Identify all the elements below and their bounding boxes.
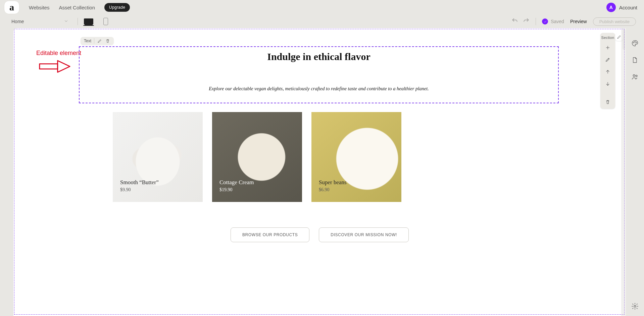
app-logo[interactable]: a [4, 1, 19, 14]
gear-icon[interactable] [631, 303, 639, 310]
svg-point-1 [633, 42, 634, 43]
svg-point-4 [633, 75, 635, 77]
scrollbar-thumb[interactable] [623, 30, 625, 50]
product-card[interactable]: Super beans $6.90 [311, 112, 401, 202]
saved-label: Saved [551, 19, 564, 24]
account-menu[interactable]: A Account [606, 3, 637, 12]
device-mobile-icon[interactable] [103, 18, 108, 25]
element-toolbar: Text [81, 37, 114, 45]
trash-icon[interactable] [105, 38, 110, 44]
page-dropdown[interactable]: Home [8, 17, 71, 25]
device-desktop-icon[interactable] [84, 18, 93, 24]
arrow-up-icon[interactable] [604, 68, 612, 76]
upgrade-button[interactable]: Upgrade [104, 3, 130, 12]
product-name: Cottage Cream [219, 179, 254, 186]
element-type-label: Text [84, 39, 91, 43]
cta-row: BROWSE OUR PRODUCTS DISCOVER OUR MISSION… [13, 227, 626, 242]
svg-point-2 [635, 42, 635, 42]
people-icon[interactable] [631, 73, 639, 81]
palette-icon[interactable] [631, 40, 639, 47]
discover-mission-button[interactable]: DISCOVER OUR MISSION NOW! [319, 227, 409, 242]
edit-icon[interactable] [97, 38, 102, 44]
plus-icon[interactable] [604, 44, 612, 52]
trash-icon[interactable] [604, 98, 612, 106]
scrollbar[interactable] [621, 28, 626, 316]
preview-link[interactable]: Preview [570, 19, 587, 24]
svg-rect-0 [40, 64, 58, 69]
right-rail [626, 28, 644, 316]
product-name: Super beans [319, 179, 347, 186]
account-label: Account [619, 5, 637, 10]
product-price: $6.90 [319, 187, 347, 193]
save-status: Saved [542, 18, 564, 24]
product-cards: Smooth “Butter” $9.90 Cottage Cream $19.… [113, 112, 535, 202]
device-toggle [84, 18, 108, 25]
section-panel: Section [600, 33, 615, 109]
top-nav: a Websites Asset Collection Upgrade A Ac… [0, 0, 644, 15]
browse-products-button[interactable]: BROWSE OUR PRODUCTS [231, 227, 309, 242]
section-panel-header: Section [601, 36, 614, 40]
product-card[interactable]: Smooth “Butter” $9.90 [113, 112, 203, 202]
chevron-down-icon [64, 19, 68, 24]
hero-heading[interactable]: Indulge in ethical flavor [80, 51, 558, 62]
publish-button[interactable]: Publish website [593, 17, 636, 26]
pencil-icon[interactable] [604, 56, 612, 64]
check-circle-icon [542, 18, 548, 24]
redo-icon [523, 17, 530, 25]
svg-point-6 [634, 305, 636, 307]
avatar: A [606, 3, 616, 12]
hero-subheading[interactable]: Explore our delectable vegan delights, m… [80, 86, 558, 92]
page-icon[interactable] [631, 56, 639, 64]
svg-point-3 [636, 42, 637, 43]
left-gutter [0, 28, 13, 316]
product-price: $19.90 [219, 187, 254, 193]
canvas[interactable]: Editable element Text [13, 28, 626, 316]
page-name: Home [11, 19, 24, 24]
nav-asset-collection[interactable]: Asset Collection [59, 5, 95, 10]
product-name: Smooth “Butter” [120, 179, 159, 186]
editor-toolbar: Home Saved Preview Publish website [3, 15, 641, 28]
annotation-label: Editable element [36, 50, 81, 57]
annotation-arrow-icon [39, 59, 71, 74]
product-card[interactable]: Cottage Cream $19.90 [212, 112, 302, 202]
undo-icon [511, 17, 518, 25]
hero-text-block[interactable]: Indulge in ethical flavor Explore our de… [79, 46, 559, 103]
product-price: $9.90 [120, 187, 159, 193]
arrow-down-icon[interactable] [604, 80, 612, 88]
nav-websites[interactable]: Websites [29, 5, 49, 10]
svg-point-5 [636, 75, 637, 77]
